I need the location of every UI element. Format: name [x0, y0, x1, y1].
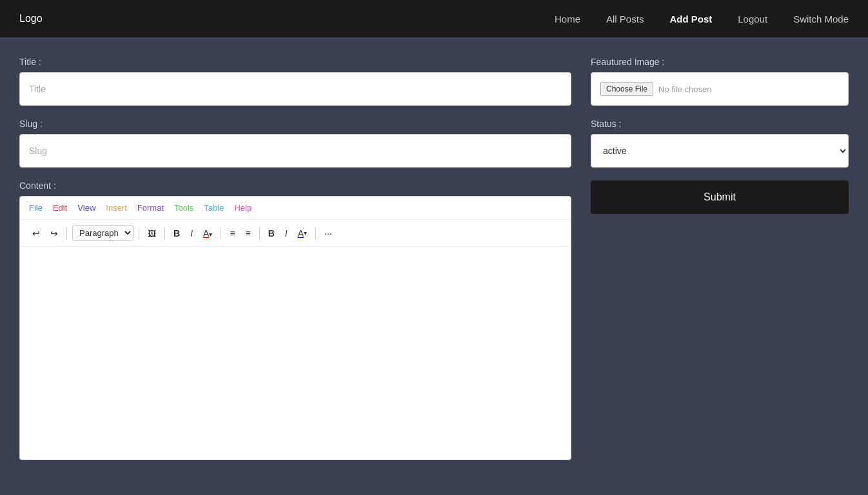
nav-home[interactable]: Home: [555, 14, 580, 24]
more-icon: ···: [324, 228, 332, 238]
content-label: Content :: [19, 180, 571, 191]
title-field-group: Title :: [19, 57, 571, 106]
font-color2-button[interactable]: A ▾: [295, 226, 310, 240]
undo-button[interactable]: [29, 226, 43, 240]
editor-menu-file[interactable]: File: [29, 203, 43, 213]
status-field-group: Status : active inactive: [591, 119, 849, 168]
font-color-icon: A: [203, 228, 209, 238]
featured-image-group: Feautured Image : Choose File No file ch…: [591, 57, 849, 106]
undo-icon: [32, 228, 40, 238]
nav-all-posts[interactable]: All Posts: [606, 14, 644, 24]
editor-menu-help[interactable]: Help: [234, 203, 252, 213]
bold-icon: [173, 228, 180, 238]
submit-button[interactable]: Submit: [591, 180, 849, 214]
editor-menu-format[interactable]: Format: [137, 203, 164, 213]
slug-field-group: Slug :: [19, 119, 571, 168]
navbar: Logo Home All Posts Add Post Logout Swit…: [0, 0, 868, 37]
slug-label: Slug :: [19, 119, 571, 129]
bold-button[interactable]: [170, 226, 183, 240]
editor-menu-tools[interactable]: Tools: [174, 203, 193, 213]
editor-menu-table[interactable]: Table: [204, 203, 224, 213]
no-file-text: No file chosen: [658, 84, 711, 94]
editor-toolbar: Paragraph Heading 1 Heading 2 Heading 3: [20, 220, 571, 247]
font-color-button[interactable]: A: [200, 226, 215, 240]
right-column: Feautured Image : Choose File No file ch…: [591, 57, 849, 460]
editor-body[interactable]: [20, 247, 571, 460]
bold2-button[interactable]: B: [265, 226, 278, 240]
status-label: Status :: [591, 119, 849, 129]
nav-add-post[interactable]: Add Post: [669, 14, 712, 24]
file-input-wrapper: Choose File No file chosen: [591, 72, 849, 106]
align-center-icon: ≡: [246, 228, 251, 238]
editor-menubar: File Edit View Insert Format Tools Table…: [20, 197, 571, 220]
font-color2-chevron-icon: ▾: [304, 229, 307, 237]
logo: Logo: [19, 13, 43, 24]
toolbar-divider-4: [221, 227, 221, 240]
align-left-icon: ≡: [230, 228, 235, 238]
toolbar-divider-1: [66, 227, 67, 240]
content-field-group: Content : File Edit View Insert Format T…: [19, 180, 571, 460]
align-center-button[interactable]: ≡: [242, 226, 254, 240]
navbar-links: Home All Posts Add Post Logout Switch Mo…: [555, 14, 849, 24]
editor-menu-edit[interactable]: Edit: [53, 203, 67, 213]
italic2-button[interactable]: I: [282, 226, 291, 240]
main-content: Title : Slug : Content : File Edit View …: [0, 37, 868, 480]
editor-menu-insert[interactable]: Insert: [106, 203, 127, 213]
redo-button[interactable]: [47, 226, 61, 240]
featured-image-label: Feautured Image :: [591, 57, 849, 67]
title-label: Title :: [19, 57, 571, 67]
italic-icon: [190, 228, 193, 238]
status-select[interactable]: active inactive: [591, 134, 849, 168]
toolbar-divider-6: [315, 227, 316, 240]
insert-image-button[interactable]: [144, 226, 159, 240]
slug-input[interactable]: [19, 134, 571, 168]
toolbar-divider-2: [139, 227, 139, 240]
toolbar-divider-5: [259, 227, 260, 240]
nav-logout[interactable]: Logout: [738, 14, 767, 24]
editor-menu-view[interactable]: View: [77, 203, 95, 213]
image-icon: [148, 228, 156, 238]
editor-container: File Edit View Insert Format Tools Table…: [19, 196, 571, 460]
redo-icon: [50, 228, 58, 238]
italic-button[interactable]: [187, 226, 196, 240]
left-column: Title : Slug : Content : File Edit View …: [19, 57, 571, 460]
toolbar-divider-3: [164, 227, 165, 240]
choose-file-button[interactable]: Choose File: [600, 82, 653, 96]
align-left-button[interactable]: ≡: [226, 226, 238, 240]
more-button[interactable]: ···: [321, 226, 335, 240]
paragraph-select[interactable]: Paragraph Heading 1 Heading 2 Heading 3: [72, 225, 133, 241]
font-color2-icon: A: [298, 228, 304, 238]
nav-switch-mode[interactable]: Switch Mode: [793, 14, 849, 24]
font-color-chevron-icon: [209, 228, 212, 238]
title-input[interactable]: [19, 72, 571, 106]
